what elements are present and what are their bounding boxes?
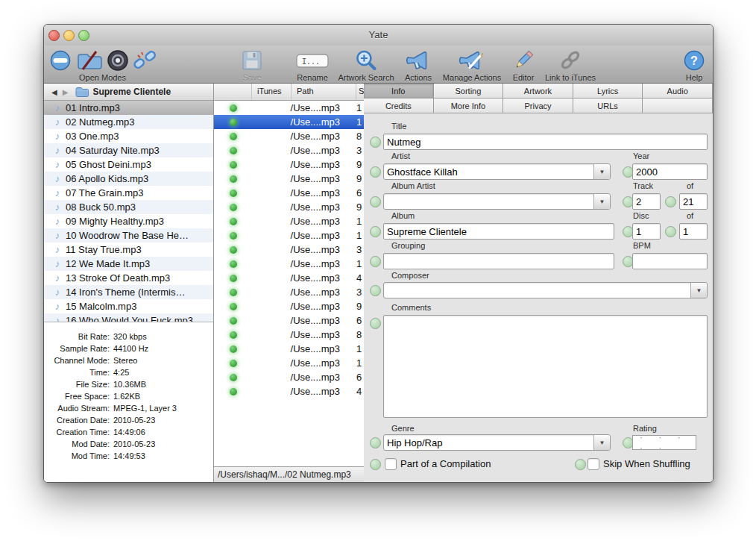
tab-empty <box>643 98 713 113</box>
bpm-input[interactable] <box>632 253 708 269</box>
tab-privacy[interactable]: Privacy <box>503 98 573 113</box>
table-row[interactable]: /Use....mp31 <box>214 228 364 243</box>
genre-input[interactable] <box>383 434 611 451</box>
file-name: 09 Mighty Healthy.mp3 <box>66 216 164 227</box>
column-header-clipped[interactable]: S <box>356 84 364 100</box>
file-info-panel: Bit Rate:320 kbpsSample Rate:44100 HzCha… <box>44 322 213 482</box>
comments-input[interactable] <box>383 315 708 418</box>
table-header: iTunes Path S <box>214 84 364 101</box>
table-row[interactable]: /Use....mp31 <box>214 115 364 129</box>
actions-button[interactable]: Actions <box>405 49 432 82</box>
table-row[interactable]: /Use....mp31 <box>214 257 364 271</box>
table-row[interactable]: /Use....mp31 <box>214 342 364 356</box>
skip-shuffle-checkbox[interactable] <box>588 458 599 470</box>
table-row[interactable]: /Use....mp31 <box>214 356 364 370</box>
tab-audio[interactable]: Audio <box>643 84 713 98</box>
table-row[interactable]: /Use....mp38 <box>214 129 364 143</box>
info-label: Sample Rate: <box>44 344 110 356</box>
artwork-search-button[interactable]: Artwork Search <box>338 49 394 82</box>
tab-more-info[interactable]: More Info <box>434 98 504 113</box>
manage-actions-button[interactable]: Manage Actions <box>443 49 501 82</box>
list-item[interactable]: ♪08 Buck 50.mp3 <box>44 200 213 214</box>
mode-unlink-icon[interactable] <box>131 49 158 72</box>
disc-of-input[interactable] <box>679 223 708 240</box>
list-item[interactable]: ♪12 We Made It.mp3 <box>44 257 213 271</box>
table-row[interactable]: /Use....mp34 <box>214 384 364 398</box>
tab-lyrics[interactable]: Lyrics <box>573 84 643 98</box>
table-row[interactable]: /Use....mp39 <box>214 299 364 313</box>
track-input[interactable] <box>632 193 661 210</box>
table-row[interactable]: /Use....mp33 <box>214 285 364 299</box>
composer-input[interactable] <box>383 282 708 298</box>
genre-combo[interactable]: ▼ <box>383 434 611 451</box>
table-row[interactable]: /Use....mp36 <box>214 313 364 328</box>
tab-urls[interactable]: URLs <box>573 98 643 113</box>
tab-sorting[interactable]: Sorting <box>434 84 504 98</box>
album-artist-dropdown-icon[interactable]: ▼ <box>593 194 610 209</box>
compilation-checkbox[interactable] <box>385 458 397 470</box>
grouping-input[interactable] <box>383 253 614 269</box>
back-button[interactable]: ◀ <box>51 88 57 96</box>
table-row[interactable]: /Use....mp39 <box>214 172 364 186</box>
list-item[interactable]: ♪06 Apollo Kids.mp3 <box>44 172 213 186</box>
table-row[interactable]: /Use....mp38 <box>214 328 364 342</box>
album-artist-combo[interactable]: ▼ <box>383 193 611 210</box>
table-row[interactable]: /Use....mp33 <box>214 243 364 257</box>
link-to-itunes-button[interactable]: Link to iTunes <box>545 49 596 82</box>
list-item[interactable]: ♪09 Mighty Healthy.mp3 <box>44 214 213 228</box>
list-item[interactable]: ♪05 Ghost Deini.mp3 <box>44 157 213 172</box>
mode-minus-icon[interactable] <box>47 49 74 72</box>
list-item[interactable]: ♪07 The Grain.mp3 <box>44 186 213 200</box>
list-item[interactable]: ♪01 Intro.mp3 <box>44 101 213 115</box>
list-item[interactable]: ♪11 Stay True.mp3 <box>44 243 213 257</box>
artist-input[interactable] <box>383 163 611 180</box>
path-cell: /Use....mp3 <box>252 102 356 113</box>
list-item[interactable]: ♪13 Stroke Of Death.mp3 <box>44 271 213 285</box>
status-dot-cell <box>214 175 252 183</box>
composer-dropdown-icon[interactable]: ▼ <box>690 283 707 298</box>
table-row[interactable]: /Use....mp31 <box>214 214 364 228</box>
file-browser-panel: ◀ ▶ Supreme Clientele ♪01 Intro.mp3♪02 N… <box>44 84 214 482</box>
year-input[interactable] <box>632 163 708 180</box>
editor-button[interactable]: Editor <box>512 49 535 82</box>
mode-disc-icon[interactable] <box>105 49 130 72</box>
tab-info[interactable]: Info <box>364 84 434 98</box>
mode-folder-slash-icon[interactable] <box>75 49 104 72</box>
column-header-path[interactable]: Path <box>292 84 356 100</box>
album-artist-input[interactable] <box>383 193 611 210</box>
table-row[interactable]: /Use....mp33 <box>214 143 364 157</box>
list-item[interactable]: ♪15 Malcolm.mp3 <box>44 299 213 313</box>
table-row[interactable]: /Use....mp39 <box>214 200 364 214</box>
list-item[interactable]: ♪14 Iron's Theme (Intermis… <box>44 285 213 299</box>
table-row[interactable]: /Use....mp34 <box>214 271 364 285</box>
list-item[interactable]: ♪16 Who Would You Fuck.mp3 <box>44 313 213 322</box>
disc-input[interactable] <box>632 223 661 240</box>
artist-dropdown-icon[interactable]: ▼ <box>593 164 610 179</box>
artwork-search-icon <box>354 49 378 72</box>
rating-control[interactable]: · · · · · <box>632 435 696 450</box>
list-item[interactable]: ♪03 One.mp3 <box>44 129 213 143</box>
list-item[interactable]: ♪04 Saturday Nite.mp3 <box>44 143 213 157</box>
path-cell: /Use....mp3 <box>252 187 356 198</box>
column-header-status[interactable] <box>214 84 252 100</box>
genre-dropdown-icon[interactable]: ▼ <box>593 435 610 450</box>
rename-button[interactable]: I... Rename <box>295 49 330 82</box>
title-bar[interactable]: Yate <box>44 25 713 46</box>
album-input[interactable] <box>383 223 614 240</box>
tab-credits[interactable]: Credits <box>364 98 434 113</box>
table-row[interactable]: /Use....mp36 <box>214 370 364 384</box>
list-item[interactable]: ♪02 Nutmeg.mp3 <box>44 115 213 129</box>
column-header-itunes[interactable]: iTunes <box>252 84 292 100</box>
list-item[interactable]: ♪10 Woodrow The Base He… <box>44 228 213 243</box>
table-row[interactable]: /Use....mp39 <box>214 157 364 172</box>
help-button[interactable]: ? Help <box>683 49 705 82</box>
forward-button[interactable]: ▶ <box>63 88 69 96</box>
info-value: 10.36MB <box>113 380 146 392</box>
table-row[interactable]: /Use....mp36 <box>214 186 364 200</box>
track-of-input[interactable] <box>679 193 708 210</box>
artist-combo[interactable]: ▼ <box>383 163 611 180</box>
composer-combo[interactable]: ▼ <box>383 282 708 298</box>
table-row[interactable]: /Use....mp31 <box>214 101 364 115</box>
title-input[interactable] <box>383 134 708 150</box>
tab-artwork[interactable]: Artwork <box>503 84 573 98</box>
